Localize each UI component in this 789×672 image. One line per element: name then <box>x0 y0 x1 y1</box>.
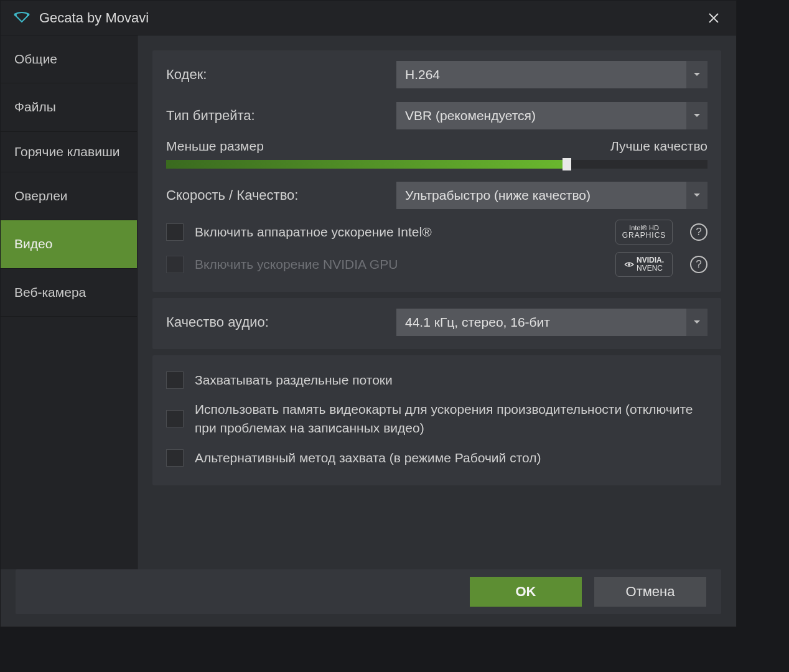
window-title: Gecata by Movavi <box>39 10 149 26</box>
svg-point-0 <box>14 14 17 16</box>
sidebar-item-label: Оверлеи <box>14 189 68 203</box>
sidebar-item-label: Общие <box>14 52 57 66</box>
bitrate-label: Тип битрейта: <box>166 108 396 124</box>
audio-value: 44.1 кГц, стерео, 16-бит <box>405 315 550 330</box>
ok-button[interactable]: OK <box>470 577 582 607</box>
sidebar-item-label: Видео <box>14 236 52 251</box>
separate-streams-checkbox[interactable] <box>166 371 184 389</box>
audio-panel: Качество аудио: 44.1 кГц, стерео, 16-бит <box>152 298 721 349</box>
intel-accel-row: Включить аппаратное ускорение Intel® Int… <box>166 216 707 248</box>
svg-point-1 <box>27 14 29 16</box>
separate-streams-label: Захватывать раздельные потоки <box>195 371 707 390</box>
codec-select[interactable]: H.264 <box>396 61 707 88</box>
speed-label: Скорость / Качество: <box>166 187 396 203</box>
dropdown-caret-icon <box>686 182 707 209</box>
sidebar-item-general[interactable]: Общие <box>1 35 137 83</box>
bitrate-row: Тип битрейта: VBR (рекомендуется) <box>166 100 707 131</box>
slider-right-label: Лучше качество <box>610 139 707 154</box>
nvidia-help-icon[interactable]: ? <box>690 256 707 273</box>
sidebar-item-hotkeys[interactable]: Горячие клавиши <box>1 132 137 172</box>
audio-label: Качество аудио: <box>166 314 396 330</box>
cancel-button[interactable]: Отмена <box>594 577 706 607</box>
alt-capture-label: Альтернативный метод захвата (в режиме Р… <box>195 449 707 467</box>
intel-accel-checkbox[interactable] <box>166 223 184 241</box>
gpu-memory-label: Использовать память видеокарты для ускор… <box>195 400 707 438</box>
content-area: Кодек: H.264 Тип битрейта: VBR (рекоменд… <box>138 35 736 569</box>
alt-capture-checkbox[interactable] <box>166 449 184 467</box>
quality-slider-labels: Меньше размер Лучше качество <box>166 139 707 154</box>
nvidia-eye-icon <box>624 259 634 269</box>
video-panel: Кодек: H.264 Тип битрейта: VBR (рекоменд… <box>152 50 721 292</box>
titlebar: Gecata by Movavi <box>1 1 736 35</box>
audio-row: Качество аудио: 44.1 кГц, стерео, 16-бит <box>166 307 707 338</box>
nvidia-accel-checkbox[interactable] <box>166 256 184 273</box>
svg-point-2 <box>628 263 630 266</box>
sidebar: Общие Файлы Горячие клавиши Оверлеи Виде… <box>1 35 138 569</box>
sidebar-item-files[interactable]: Файлы <box>1 83 137 131</box>
nvidia-accel-row: Включить ускорение NVIDIA GPU NVIDIA. NV… <box>166 248 707 281</box>
nvidia-accel-label: Включить ускорение NVIDIA GPU <box>195 255 604 274</box>
sidebar-item-video[interactable]: Видео <box>1 220 137 268</box>
intel-help-icon[interactable]: ? <box>690 223 707 241</box>
codec-row: Кодек: H.264 <box>166 59 707 90</box>
alt-capture-row: Альтернативный метод захвата (в режиме Р… <box>166 442 707 474</box>
sidebar-item-label: Веб-камера <box>14 285 86 299</box>
app-logo-icon <box>13 12 30 24</box>
dropdown-caret-icon <box>686 61 707 88</box>
window-body: Общие Файлы Горячие клавиши Оверлеи Виде… <box>1 35 736 569</box>
close-icon[interactable] <box>704 8 724 28</box>
separate-streams-row: Захватывать раздельные потоки <box>166 364 707 396</box>
bitrate-select[interactable]: VBR (рекомендуется) <box>396 102 707 129</box>
nvidia-badge: NVIDIA. NVENC <box>615 252 673 277</box>
slider-fill <box>166 160 567 169</box>
speed-select[interactable]: Ультрабыстро (ниже качество) <box>396 182 707 209</box>
intel-accel-label: Включить аппаратное ускорение Intel® <box>195 223 604 241</box>
sidebar-item-label: Файлы <box>14 100 56 114</box>
settings-window: Gecata by Movavi Общие Файлы Горячие кла… <box>0 0 737 627</box>
bitrate-value: VBR (рекомендуется) <box>405 108 536 123</box>
audio-select[interactable]: 44.1 кГц, стерео, 16-бит <box>396 309 707 336</box>
gpu-memory-checkbox[interactable] <box>166 410 184 427</box>
footer: OK Отмена <box>16 569 721 614</box>
codec-label: Кодек: <box>166 67 396 83</box>
sidebar-item-overlays[interactable]: Оверлеи <box>1 172 137 220</box>
quality-slider[interactable] <box>166 160 707 169</box>
sidebar-item-webcam[interactable]: Веб-камера <box>1 269 137 317</box>
capture-panel: Захватывать раздельные потоки Использова… <box>152 355 721 485</box>
sidebar-item-label: Горячие клавиши <box>14 144 119 159</box>
gpu-memory-row: Использовать память видеокарты для ускор… <box>166 396 707 442</box>
dropdown-caret-icon <box>686 309 707 336</box>
intel-badge: Intel® HD GRAPHICS <box>615 220 673 245</box>
slider-thumb[interactable] <box>563 158 571 170</box>
dropdown-caret-icon <box>686 102 707 129</box>
codec-value: H.264 <box>405 67 440 82</box>
slider-left-label: Меньше размер <box>166 139 264 154</box>
speed-value: Ультрабыстро (ниже качество) <box>405 188 591 203</box>
speed-row: Скорость / Качество: Ультрабыстро (ниже … <box>166 180 707 211</box>
